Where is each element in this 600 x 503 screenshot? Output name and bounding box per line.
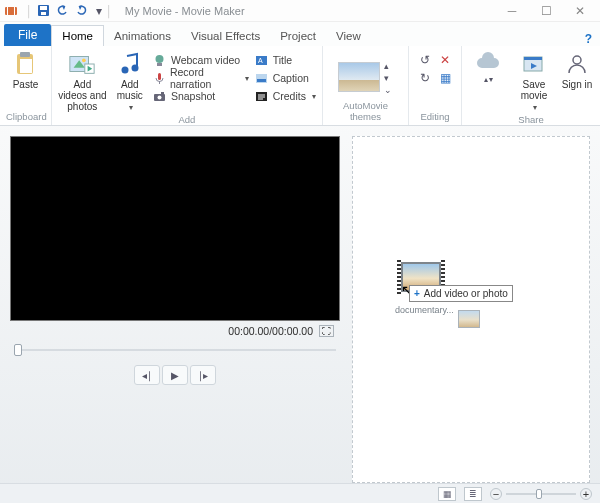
svg-rect-4 (40, 6, 47, 10)
svg-point-14 (121, 67, 128, 74)
qat-divider-2: │ (106, 5, 113, 17)
work-area: 00:00.00/00:00.00 ⛶ ◂∣ ▶ ∣▸ ↖ + Add vide… (0, 126, 600, 483)
redo-icon[interactable] (75, 4, 88, 17)
seek-thumb[interactable] (14, 344, 22, 356)
minimize-button[interactable]: ─ (496, 1, 528, 21)
add-music-label: Add music (113, 79, 147, 101)
tab-home[interactable]: Home (51, 25, 104, 46)
caption-button[interactable]: Caption (255, 69, 316, 87)
svg-rect-22 (161, 92, 164, 94)
save-icon[interactable] (37, 4, 50, 17)
sign-in-label: Sign in (562, 79, 593, 90)
tab-project[interactable]: Project (270, 26, 326, 46)
add-videos-icon (68, 51, 96, 77)
theme-thumb-1[interactable] (338, 62, 380, 92)
seek-slider[interactable] (14, 341, 336, 359)
sign-in-button[interactable]: Sign in (560, 49, 594, 90)
tab-visual-effects[interactable]: Visual Effects (181, 26, 270, 46)
zoom-out-button[interactable]: − (490, 488, 502, 500)
credits-dropdown-icon: ▾ (312, 92, 316, 101)
help-icon[interactable]: ? (585, 32, 592, 46)
statusbar: ▦ ≣ − + (0, 483, 600, 503)
preview-pane: 00:00.00/00:00.00 ⛶ ◂∣ ▶ ∣▸ (10, 136, 340, 483)
theme-more-icon[interactable]: ⌄ (384, 85, 392, 95)
svg-rect-17 (157, 63, 162, 66)
group-automovie-label: AutoMovie themes (329, 98, 402, 125)
window-controls: ─ ☐ ✕ (496, 1, 596, 21)
paste-button[interactable]: Paste (2, 49, 50, 90)
play-button[interactable]: ▶ (162, 365, 188, 385)
zoom-thumb[interactable] (536, 489, 542, 499)
svg-rect-8 (20, 59, 32, 73)
prev-frame-button[interactable]: ◂∣ (134, 365, 160, 385)
music-dropdown-icon: ▾ (129, 103, 133, 112)
select-all-icon[interactable]: ▦ (440, 71, 451, 85)
view-storyboard-button[interactable]: ▦ (438, 487, 456, 501)
share-cloud-button[interactable]: ▴▾ (468, 49, 508, 84)
add-videos-button[interactable]: Add videos and photos (58, 49, 107, 112)
add-small-col-2: A Title Caption Credits ▾ (255, 49, 316, 105)
svg-rect-5 (41, 12, 46, 15)
tab-view[interactable]: View (326, 26, 371, 46)
add-music-button[interactable]: Add music ▾ (113, 49, 147, 112)
title-button[interactable]: A Title (255, 51, 316, 69)
titlebar: │ ▾ │ My Movie - Movie Maker ─ ☐ ✕ (0, 0, 600, 22)
file-tab[interactable]: File (4, 24, 51, 46)
qat-dropdown-icon[interactable]: ▾ (96, 4, 102, 18)
theme-down-icon[interactable]: ▾ (384, 73, 392, 83)
rotate-left-icon[interactable]: ↺ (420, 53, 430, 67)
add-videos-label: Add videos and photos (58, 79, 107, 112)
timecode: 00:00.00/00:00.00 (228, 325, 313, 337)
delete-icon[interactable]: ✕ (440, 53, 450, 67)
paste-icon (12, 51, 40, 77)
svg-rect-18 (158, 73, 161, 80)
zoom-in-button[interactable]: + (580, 488, 592, 500)
dragged-clip-thumb-2 (458, 310, 480, 328)
record-button[interactable]: Record narration ▾ (153, 69, 249, 87)
credits-button[interactable]: Credits ▾ (255, 87, 316, 105)
maximize-button[interactable]: ☐ (530, 1, 562, 21)
group-clipboard-label: Clipboard (6, 109, 45, 125)
next-frame-button[interactable]: ∣▸ (190, 365, 216, 385)
save-movie-label: Save movie (514, 79, 554, 101)
snapshot-button[interactable]: Snapshot (153, 87, 249, 105)
group-share: ▴▾ Save movie ▾ Sign in Share (462, 46, 600, 125)
paste-label: Paste (13, 79, 39, 90)
group-editing: ↺ ✕ ↻ ▦ Editing (409, 46, 462, 125)
close-button[interactable]: ✕ (564, 1, 596, 21)
zoom-control: − + (490, 488, 592, 500)
theme-up-icon[interactable]: ▴ (384, 61, 392, 71)
group-editing-label: Editing (415, 109, 455, 125)
tab-animations[interactable]: Animations (104, 26, 181, 46)
window-title: My Movie - Movie Maker (125, 5, 245, 17)
storyboard-dropzone[interactable]: ↖ + Add video or photo documentary... (352, 136, 590, 483)
group-add: Add videos and photos Add music ▾ Webcam… (52, 46, 323, 125)
zoom-slider[interactable] (506, 493, 576, 495)
title-label: Title (273, 54, 292, 66)
menu-tabs: File Home Animations Visual Effects Proj… (0, 22, 600, 46)
drop-tooltip: + Add video or photo (409, 285, 513, 302)
webcam-icon (153, 53, 167, 67)
view-timeline-button[interactable]: ≣ (464, 487, 482, 501)
snapshot-label: Snapshot (171, 90, 215, 102)
caption-label: Caption (273, 72, 309, 84)
svg-point-34 (573, 56, 581, 64)
undo-icon[interactable] (56, 4, 69, 17)
svg-rect-2 (14, 7, 15, 15)
add-small-col-1: Webcam video Record narration ▾ Snapshot (153, 49, 249, 105)
rotate-right-icon[interactable]: ↻ (420, 71, 430, 85)
app-icon (4, 4, 18, 18)
plus-icon: + (414, 288, 420, 299)
video-preview[interactable] (10, 136, 340, 321)
credits-icon (255, 89, 269, 103)
dragged-filename: documentary... (395, 305, 495, 315)
save-movie-button[interactable]: Save movie ▾ (514, 49, 554, 112)
webcam-label: Webcam video (171, 54, 240, 66)
svg-rect-26 (257, 79, 266, 82)
svg-rect-7 (20, 52, 30, 57)
save-movie-dropdown-icon: ▾ (533, 103, 537, 112)
drop-tooltip-label: Add video or photo (424, 288, 508, 299)
cloud-icon (473, 51, 503, 73)
svg-point-21 (158, 95, 162, 99)
fullscreen-icon[interactable]: ⛶ (319, 325, 334, 337)
